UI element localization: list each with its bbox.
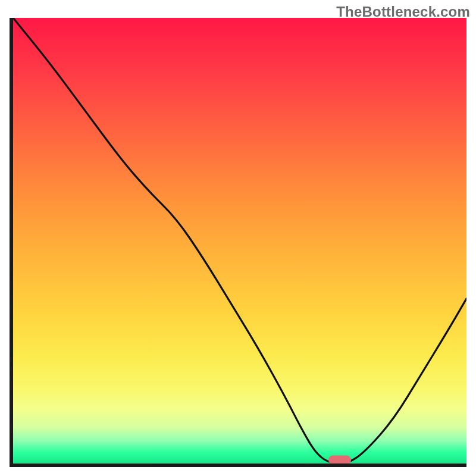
y-axis-line bbox=[10, 18, 13, 467]
axes-frame bbox=[10, 18, 466, 467]
watermark-text: TheBottleneck.com bbox=[336, 4, 470, 20]
x-axis-line bbox=[10, 464, 466, 467]
chart-root: TheBottleneck.com bbox=[0, 0, 476, 476]
